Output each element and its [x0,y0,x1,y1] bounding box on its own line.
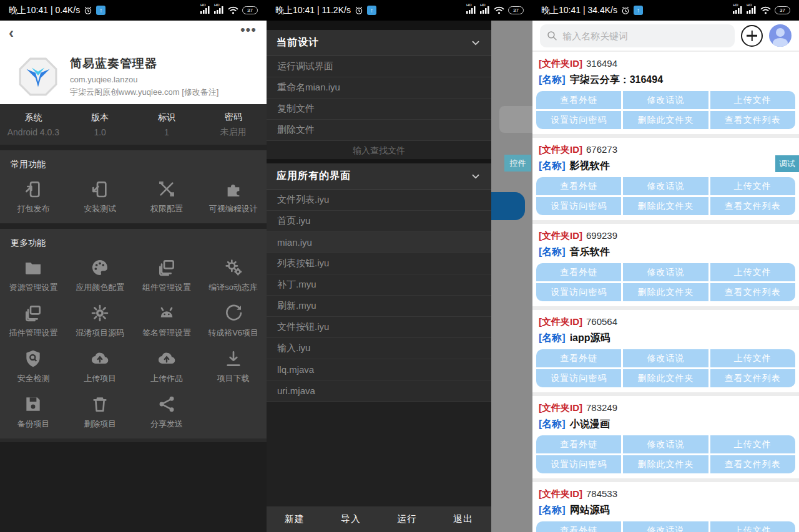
file-item[interactable]: 补丁.myu [267,274,491,296]
edit-note-button[interactable]: 修改话说 [623,91,708,109]
signal-icon: HD [733,6,743,16]
folder-id-label: [文件夹ID] [539,230,582,241]
delete-folder-button[interactable]: 删除此文件夹 [623,455,708,473]
upload-file-button[interactable]: 上传文件 [710,435,795,453]
function-install-test[interactable]: 安装测试 [67,174,134,220]
find-file-field[interactable] [267,141,491,159]
function-share-send[interactable]: 分享发送 [134,389,200,435]
folder-name-label: [名称] [539,418,566,429]
file-item[interactable]: 文件列表.iyu [267,190,491,211]
app-title: 简易蓝奏管理器 [70,56,218,72]
new-button[interactable]: 新建 [267,513,323,525]
folder-actions: 查看外链 修改话说 上传文件 设置访问密码 删除此文件夹 查看文件列表 [536,435,795,473]
function-signature-manage[interactable]: 签名管理设置 [134,298,200,344]
function-obfuscate-source[interactable]: 混淆项目源码 [67,298,134,344]
menu-rename[interactable]: 重命名mian.iyu [267,77,491,99]
menu-copy-file[interactable]: 复制文件 [267,99,491,120]
view-link-button[interactable]: 查看外链 [536,435,621,453]
view-files-button[interactable]: 查看文件列表 [710,369,795,387]
search-field[interactable] [540,24,735,47]
delete-folder-button[interactable]: 删除此文件夹 [623,111,708,129]
function-plugin-manage[interactable]: 插件管理设置 [0,298,67,344]
account-avatar[interactable] [769,24,792,47]
function-upload-work[interactable]: 上传作品 [134,344,200,389]
shield-search-icon [23,349,43,369]
folder-entry: [文件夹ID]316494 [名称]宇柒云分享：316494 查看外链 修改话说… [532,52,799,134]
folder-id-label: [文件夹ID] [539,488,582,499]
view-link-button[interactable]: 查看外链 [536,177,621,195]
wifi-icon [760,6,771,14]
edit-note-button[interactable]: 修改话说 [623,435,708,453]
function-delete-project[interactable]: 删除项目 [67,389,134,435]
edit-note-button[interactable]: 修改话说 [623,349,708,367]
delete-folder-button[interactable]: 删除此文件夹 [623,283,708,301]
function-upload-project[interactable]: 上传项目 [67,344,134,389]
upload-file-button[interactable]: 上传文件 [710,177,795,195]
file-item-selected[interactable]: mian.iyu [267,232,491,253]
function-package-publish[interactable]: 打包发布 [0,174,67,220]
view-files-button[interactable]: 查看文件列表 [710,283,795,301]
file-item[interactable]: 刷新.myu [267,296,491,317]
folder-id-value: 699239 [586,230,617,241]
view-link-button[interactable]: 查看外链 [536,521,621,532]
upload-file-button[interactable]: 上传文件 [710,349,795,367]
back-button[interactable]: ‹ [9,24,14,42]
upload-app-badge-icon: ↑ [634,6,643,15]
dimmed-design-canvas: 控件 [491,21,532,532]
phone-import-icon [90,179,110,199]
function-convert-v6[interactable]: 转成裕V6项目 [200,298,267,344]
view-link-button[interactable]: 查看外链 [536,349,621,367]
view-files-button[interactable]: 查看文件列表 [710,197,795,215]
function-visual-design[interactable]: 可视编程设计 [200,174,267,220]
function-permissions[interactable]: 权限配置 [134,174,200,220]
section-all-screens[interactable]: 应用所有的界面 [267,163,491,190]
view-files-button[interactable]: 查看文件列表 [710,111,795,129]
status-bar: 晚上10:41 | 34.4K/s ↑ HD HD 37 [532,0,799,21]
canvas-blue-button [491,192,525,220]
search-input[interactable] [562,31,728,41]
exit-button[interactable]: 退出 [435,513,491,525]
function-project-download[interactable]: 项目下载 [200,344,267,389]
set-password-button[interactable]: 设置访问密码 [536,455,621,473]
section-current-design[interactable]: 当前设计 [267,30,491,56]
run-button[interactable]: 运行 [379,513,435,525]
set-password-button[interactable]: 设置访问密码 [536,283,621,301]
file-item[interactable]: 列表按钮.iyu [267,253,491,274]
set-password-button[interactable]: 设置访问密码 [536,369,621,387]
delete-folder-button[interactable]: 删除此文件夹 [623,369,708,387]
import-button[interactable]: 导入 [323,513,379,525]
function-backup-project[interactable]: 备份项目 [0,389,67,435]
debug-floating-badge[interactable]: 调试 [775,155,799,172]
file-item[interactable]: llq.mjava [267,359,491,380]
function-resource-manage[interactable]: 资源管理设置 [0,253,67,298]
upload-file-button[interactable]: 上传文件 [710,521,795,532]
folder-actions: 查看外链 修改话说 上传文件 设置访问密码 删除此文件夹 查看文件列表 [536,263,795,301]
upload-file-button[interactable]: 上传文件 [710,263,795,281]
upload-file-button[interactable]: 上传文件 [710,91,795,109]
menu-delete-file[interactable]: 删除文件 [267,120,491,141]
more-menu-button[interactable]: ••• [240,22,257,38]
function-security-check[interactable]: 安全检测 [0,344,67,389]
file-item[interactable]: 首页.iyu [267,211,491,232]
view-files-button[interactable]: 查看文件列表 [710,455,795,473]
file-item[interactable]: 文件按钮.iyu [267,317,491,338]
section-title: 常用功能 [0,157,267,174]
edit-note-button[interactable]: 修改话说 [623,521,708,532]
delete-folder-button[interactable]: 删除此文件夹 [623,197,708,215]
menu-run-debug[interactable]: 运行调试界面 [267,56,491,77]
find-file-input[interactable] [267,145,491,155]
edit-note-button[interactable]: 修改话说 [623,263,708,281]
edit-note-button[interactable]: 修改话说 [623,177,708,195]
app-info-bar: 系统Android 4.0.3 版本1.0 标识1 密码未启用 [0,104,267,145]
view-link-button[interactable]: 查看外链 [536,91,621,109]
file-item[interactable]: uri.mjava [267,380,491,402]
set-password-button[interactable]: 设置访问密码 [536,111,621,129]
file-item[interactable]: 输入.iyu [267,338,491,359]
function-app-colors[interactable]: 应用颜色配置 [67,253,134,298]
folder-id-value: 676273 [586,144,617,155]
function-compile-so[interactable]: 编译so动态库 [200,253,267,298]
set-password-button[interactable]: 设置访问密码 [536,197,621,215]
function-component-manage[interactable]: 组件管理设置 [134,253,200,298]
view-link-button[interactable]: 查看外链 [536,263,621,281]
add-folder-button[interactable] [741,25,763,47]
